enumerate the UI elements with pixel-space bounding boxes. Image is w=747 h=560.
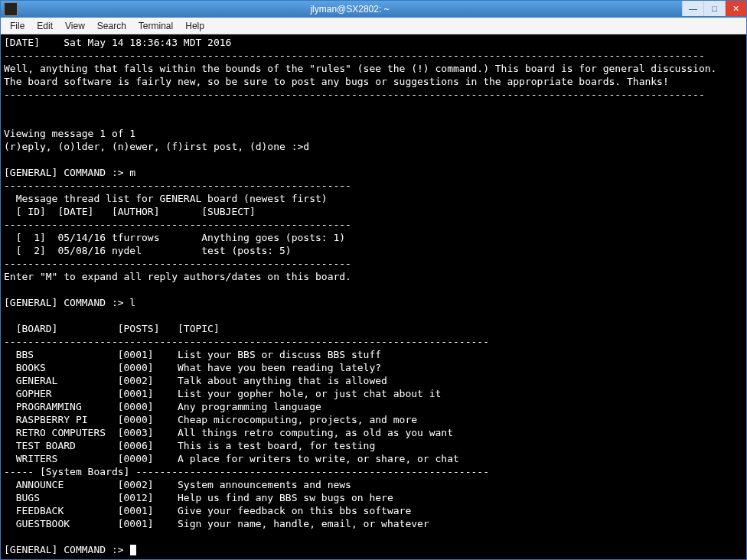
- line-cmd-prompt: [GENERAL] COMMAND :>: [4, 544, 124, 555]
- menu-terminal[interactable]: Terminal: [132, 19, 179, 33]
- line-thread-header: Message thread list for GENERAL board (n…: [4, 193, 328, 204]
- line-thread-2: [ 2] 05/08/16 nydel test (posts: 5): [4, 245, 292, 256]
- line-board-writers: WRITERS [0000] A place for writers to wr…: [4, 453, 459, 464]
- line-sep5: ----------------------------------------…: [4, 258, 351, 269]
- terminal-output[interactable]: [DATE] Sat May 14 18:36:43 MDT 2016 ----…: [1, 34, 746, 559]
- line-board-rpi: RASPBERRY PI [0000] Cheap microcomputing…: [4, 414, 417, 425]
- line-board-general: GENERAL [0002] Talk about anything that …: [4, 375, 387, 386]
- line-cmd-l: [GENERAL] COMMAND :> l: [4, 297, 135, 308]
- line-cmd-m: [GENERAL] COMMAND :> m: [4, 167, 135, 178]
- line-board-announce: ANNOUNCE [0002] System announcements and…: [4, 479, 351, 490]
- line-board-books: BOOKS [0000] What have you been reading …: [4, 362, 381, 373]
- line-sep6: ----------------------------------------…: [4, 336, 489, 347]
- line-thread-cols: [ ID] [DATE] [AUTHOR] [SUBJECT]: [4, 206, 256, 217]
- close-button[interactable]: ✕: [725, 1, 746, 16]
- line-board-test: TEST BOARD [0006] This is a test board, …: [4, 440, 375, 451]
- menu-help[interactable]: Help: [179, 19, 210, 33]
- line-sep: ----------------------------------------…: [4, 50, 705, 61]
- line-board-retro: RETRO COMPUTERS [0003] All things retro …: [4, 427, 453, 438]
- line-nav: (r)eply, (o)lder, (n)ewer, (f)irst post,…: [4, 141, 309, 152]
- menu-file[interactable]: File: [4, 19, 31, 33]
- line-msg2: The board software is fairly new, so be …: [4, 76, 669, 87]
- line-expand-hint: Enter "M" to expand all reply authors/da…: [4, 271, 351, 282]
- line-board-cols: [BOARD] [POSTS] [TOPIC]: [4, 323, 220, 334]
- line-sys-sep: ----- [System Boards] ------------------…: [4, 466, 489, 477]
- line-board-prog: PROGRAMMING [0000] Any programming langu…: [4, 401, 321, 412]
- line-board-feedback: FEEDBACK [0001] Give your feedback on th…: [4, 505, 411, 516]
- line-sep2: ----------------------------------------…: [4, 89, 705, 100]
- app-window: jlyman@SX2802: ~ — □ ✕ File Edit View Se…: [0, 0, 747, 560]
- line-board-gopher: GOPHER [0001] List your gopher hole, or …: [4, 388, 441, 399]
- line-date: [DATE] Sat May 14 18:36:43 MDT 2016: [4, 37, 231, 48]
- line-thread-1: [ 1] 05/14/16 tfurrows Anything goes (po…: [4, 232, 345, 243]
- maximize-button[interactable]: □: [703, 1, 725, 16]
- line-board-bugs: BUGS [0012] Help us find any BBS sw bugs…: [4, 492, 393, 503]
- line-sep4: ----------------------------------------…: [4, 219, 351, 230]
- line-board-guestbook: GUESTBOOK [0001] Sign your name, handle,…: [4, 518, 429, 529]
- line-msg1: Well, anything that falls within the bou…: [4, 63, 716, 74]
- line-viewing: Viewing message 1 of 1: [4, 128, 135, 139]
- window-controls: — □ ✕: [682, 1, 746, 18]
- line-sep3: ----------------------------------------…: [4, 180, 351, 191]
- line-board-bbs: BBS [0001] List your BBS or discuss BBS …: [4, 349, 381, 360]
- menu-search[interactable]: Search: [91, 19, 132, 33]
- window-title: jlyman@SX2802: ~: [18, 4, 682, 15]
- menu-view[interactable]: View: [59, 19, 91, 33]
- minimize-button[interactable]: —: [682, 1, 703, 16]
- cursor-icon: [130, 545, 136, 555]
- menu-edit[interactable]: Edit: [31, 19, 59, 33]
- menubar: File Edit View Search Terminal Help: [1, 18, 746, 34]
- app-icon: [4, 2, 18, 16]
- titlebar: jlyman@SX2802: ~ — □ ✕: [1, 1, 746, 18]
